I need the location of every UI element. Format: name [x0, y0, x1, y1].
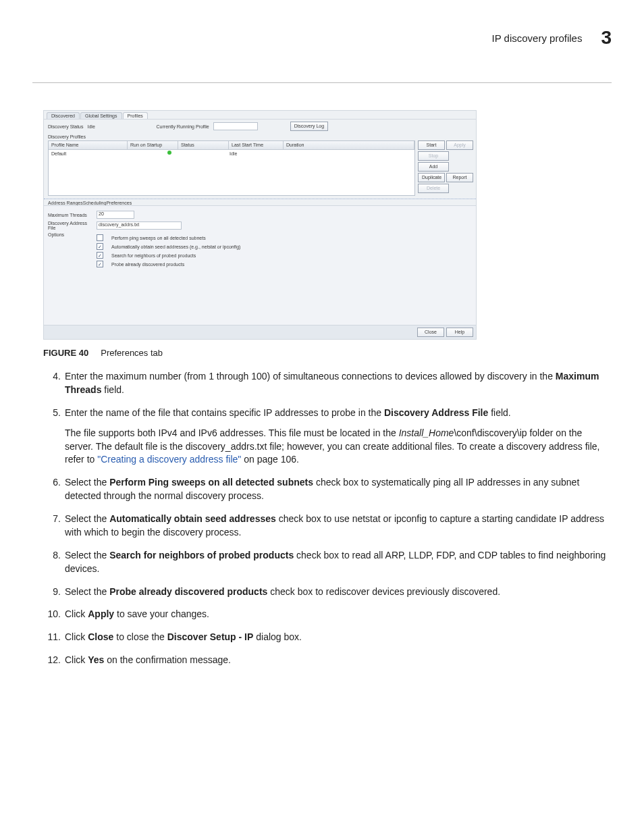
step-text: to close the: [113, 631, 167, 642]
stop-button: Stop: [418, 151, 449, 161]
cell-last-start-status: Idle: [227, 150, 281, 158]
step-number: 4.: [43, 370, 65, 397]
tab-address-ranges[interactable]: Address Ranges: [48, 201, 83, 205]
step-text: to save your changes.: [114, 608, 209, 619]
cell-profile-name: Default: [49, 150, 127, 158]
chapter-number: 3: [601, 27, 612, 49]
screenshot-dialog: Discovered Global Settings Profiles Disc…: [43, 110, 477, 340]
step-text: on page 106.: [241, 454, 299, 465]
tab-profiles[interactable]: Profiles: [123, 112, 148, 119]
tab-discovered[interactable]: Discovered: [47, 112, 80, 119]
cell-duration: [281, 150, 286, 158]
step-text: field.: [101, 384, 124, 395]
step-number: 12.: [43, 654, 65, 667]
step-italic: Install_Home: [399, 427, 454, 438]
profile-action-buttons: Start Apply Stop Add Duplicate Report De…: [418, 140, 473, 196]
addr-file-field[interactable]: discovery_addrs.txt: [97, 221, 182, 230]
col-run-on-startup[interactable]: Run on Startup: [128, 141, 178, 149]
delete-button: Delete: [418, 184, 449, 193]
step-number: 10.: [43, 608, 65, 621]
page-header: IP discovery profiles 3: [32, 27, 612, 49]
step-number: 6.: [43, 476, 65, 503]
discovery-profiles-title: Discovery Profiles: [44, 133, 476, 140]
figure-caption: FIGURE 40 Preferences tab: [43, 348, 612, 358]
preferences-panel: Maximum Threads 20 Discovery Address Fil…: [44, 205, 476, 325]
tab-scheduling[interactable]: Scheduling: [83, 201, 107, 205]
header-title: IP discovery profiles: [491, 32, 582, 44]
col-duration[interactable]: Duration: [284, 141, 414, 149]
step-bold: Yes: [88, 654, 104, 665]
step-text: dialog box.: [253, 631, 302, 642]
tab-preferences[interactable]: Preferences: [106, 201, 132, 205]
step-bold: Perform Ping sweeps on all detected subn…: [109, 477, 313, 488]
step-bold: Probe already discovered products: [109, 586, 267, 597]
col-last-start-time[interactable]: Last Start Time: [229, 141, 284, 149]
help-button[interactable]: Help: [446, 328, 473, 337]
opt-probe-discovered: Probe already discovered products: [111, 262, 184, 267]
step-bold: Automatically obtain seed addresses: [109, 513, 276, 524]
col-status[interactable]: Status: [178, 141, 229, 149]
col-profile-name[interactable]: Profile Name: [49, 141, 128, 149]
step-text: Select the: [65, 550, 109, 561]
figure-number: FIGURE 40: [43, 348, 88, 358]
step-text: Select the: [65, 477, 109, 488]
profiles-grid[interactable]: Profile Name Run on Startup Status Last …: [48, 140, 415, 196]
instruction-steps: 4. Enter the maximum number (from 1 thro…: [43, 370, 612, 667]
step-bold: Close: [88, 631, 113, 642]
step-number: 8.: [43, 549, 65, 576]
max-threads-label: Maximum Threads: [48, 213, 91, 217]
add-button[interactable]: Add: [418, 162, 449, 172]
sub-tabs: Address Ranges Scheduling Preferences: [44, 199, 476, 205]
step-number: 9.: [43, 585, 65, 599]
opt-ping-sweeps: Perform ping sweeps on all detected subn…: [111, 236, 206, 240]
options-label: Options: [48, 232, 91, 237]
figure-title: Preferences tab: [101, 348, 163, 358]
checkbox-neighbors[interactable]: [97, 252, 103, 259]
checkbox-auto-seed[interactable]: [97, 243, 103, 250]
checkbox-probe-discovered[interactable]: [97, 261, 103, 267]
currently-running-field[interactable]: [213, 122, 258, 130]
dialog-bottom-bar: Close Help: [44, 325, 476, 339]
step-text: Select the: [65, 586, 109, 597]
step-text: Click: [65, 631, 88, 642]
cell-status: [177, 150, 227, 158]
addr-file-label: Discovery Address File: [48, 221, 91, 230]
start-button[interactable]: Start: [418, 140, 445, 150]
cross-reference-link[interactable]: "Creating a discovery address file": [97, 454, 241, 465]
currently-running-label: Currently Running Profile: [157, 124, 209, 129]
apply-button: Apply: [446, 140, 473, 150]
step-bold: Discover Setup - IP: [167, 631, 254, 642]
step-text: field.: [488, 407, 510, 418]
opt-auto-seed: Automatically obtain seed addresses (e.g…: [111, 244, 240, 249]
discovery-status-label: Discovery Status: [48, 124, 84, 129]
step-text: Enter the name of the file that contains…: [65, 407, 384, 418]
discovery-log-button[interactable]: Discovery Log: [290, 122, 328, 131]
step-number: 11.: [43, 631, 65, 644]
table-row[interactable]: Default Idle: [49, 150, 414, 158]
step-bold: Apply: [88, 608, 114, 619]
grid-header: Profile Name Run on Startup Status Last …: [49, 141, 414, 150]
close-button[interactable]: Close: [417, 328, 444, 337]
step-text: Click: [65, 654, 88, 665]
max-threads-field[interactable]: 20: [97, 211, 134, 219]
step-text: Select the: [65, 513, 109, 524]
step-number: 5.: [43, 407, 65, 467]
step-text: Enter the maximum number (from 1 through…: [65, 371, 556, 382]
step-text: Click: [65, 608, 88, 619]
duplicate-button[interactable]: Duplicate: [418, 173, 445, 182]
step-number: 7.: [43, 513, 65, 540]
step-bold: Discovery Address File: [384, 407, 488, 418]
tab-global-settings[interactable]: Global Settings: [80, 112, 122, 119]
report-button[interactable]: Report: [446, 173, 473, 182]
checkbox-ping-sweeps[interactable]: [97, 234, 103, 241]
step-text: The file supports both IPv4 and IPv6 add…: [65, 427, 399, 438]
discovery-status-value: Idle: [88, 124, 115, 129]
startup-checkbox-icon[interactable]: [167, 151, 171, 155]
options-group: Perform ping sweeps on all detected subn…: [97, 232, 240, 269]
opt-neighbors: Search for neighbors of probed products: [111, 253, 196, 258]
step-text: on the confirmation message.: [104, 654, 231, 665]
top-tabs: Discovered Global Settings Profiles: [44, 111, 476, 119]
step-bold: Search for neighbors of probed products: [109, 550, 294, 561]
step-text: check box to rediscover devices previous…: [267, 586, 500, 597]
